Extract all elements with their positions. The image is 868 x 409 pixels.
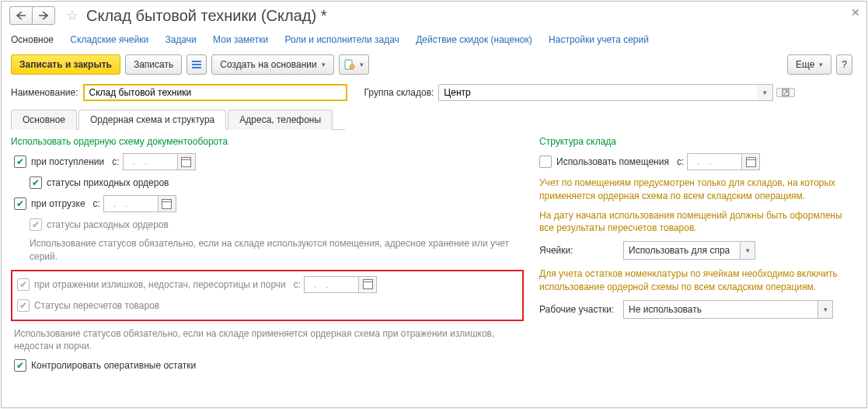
- create-from-button[interactable]: Создать на основании▾: [211, 54, 334, 75]
- save-button[interactable]: Записать: [125, 54, 182, 75]
- areas-select[interactable]: Не использовать: [623, 300, 817, 319]
- ship-date-picker[interactable]: [158, 195, 176, 212]
- help-label: ?: [842, 59, 847, 70]
- checkbox-status-out: [30, 218, 42, 231]
- calendar-icon: [181, 157, 191, 167]
- status-in-label: статусы приходных ордеров: [47, 177, 169, 188]
- group-input[interactable]: [438, 84, 757, 101]
- tab-bar: Основное Ордерная схема и структура Адре…: [11, 109, 345, 130]
- create-from-label: Создать на основании: [220, 59, 317, 70]
- chevron-down-icon: ▾: [819, 61, 823, 68]
- checkbox-on-receipt[interactable]: [14, 156, 26, 168]
- rooms-date-input[interactable]: [687, 153, 741, 170]
- more-button[interactable]: Еще▾: [787, 54, 831, 75]
- nav-cells[interactable]: Складские ячейки: [70, 34, 148, 45]
- areas-select-value: Не использовать: [629, 304, 702, 315]
- receipt-date-picker[interactable]: [177, 153, 196, 170]
- surplus-date-picker[interactable]: [358, 276, 377, 293]
- control-balances-label: Контролировать оперативные остатки: [31, 360, 196, 371]
- group-label: Группа складов:: [364, 87, 434, 98]
- nav-main[interactable]: Основное: [11, 34, 54, 45]
- help-button[interactable]: ?: [836, 54, 852, 75]
- open-external-icon: [782, 89, 790, 96]
- arrow-left-icon: [16, 12, 26, 19]
- save-and-close-button[interactable]: Записать и закрыть: [11, 54, 120, 75]
- group-dropdown-button[interactable]: ▾: [757, 84, 773, 101]
- name-label: Наименование:: [11, 87, 78, 98]
- cells-label: Ячейки:: [539, 245, 623, 256]
- save-label: Записать: [134, 59, 173, 70]
- areas-select-button[interactable]: ▾: [817, 300, 833, 319]
- group-open-button[interactable]: [776, 88, 795, 97]
- cells-select-button[interactable]: ▾: [740, 241, 755, 260]
- forward-button[interactable]: [32, 6, 55, 25]
- order-scheme-title: Использовать ордерную схему документообо…: [11, 136, 524, 147]
- status-help-1: Использование статусов обязательно, если…: [11, 237, 524, 264]
- tab-main[interactable]: Основное: [11, 110, 77, 130]
- reports-button[interactable]: ▾: [339, 54, 369, 75]
- nav-discount[interactable]: Действие скидок (наценок): [416, 34, 532, 45]
- checkbox-status-recount: [17, 299, 30, 312]
- rooms-date-picker[interactable]: [741, 153, 760, 170]
- nav-roles[interactable]: Роли и исполнители задач: [284, 34, 399, 45]
- section-nav: Основное Складские ячейки Задачи Мои зам…: [2, 31, 866, 53]
- window-title: Склад бытовой техники (Склад) *: [86, 7, 326, 25]
- svg-point-1: [350, 65, 354, 69]
- checkbox-on-ship[interactable]: [14, 198, 26, 210]
- checkbox-status-in[interactable]: [30, 177, 42, 189]
- surplus-date-input[interactable]: [304, 276, 358, 293]
- document-gear-icon: [344, 59, 355, 70]
- list-view-button[interactable]: [186, 54, 207, 75]
- from-label-3: с:: [294, 279, 301, 290]
- from-label: с:: [112, 156, 119, 167]
- status-help-2: Использование статусов обязательно, если…: [11, 327, 524, 354]
- tab-addresses[interactable]: Адреса, телефоны: [228, 110, 333, 130]
- on-surplus-label: при отражении излишков, недостач, пересо…: [34, 279, 286, 290]
- checkbox-on-surplus: [17, 278, 30, 291]
- favorite-star-icon[interactable]: ☆: [66, 7, 78, 24]
- name-input[interactable]: [83, 84, 347, 101]
- chevron-down-icon: ▾: [360, 61, 364, 68]
- calendar-icon: [746, 157, 756, 167]
- on-ship-label: при отгрузке: [31, 198, 85, 209]
- calendar-icon: [162, 199, 172, 209]
- nav-series[interactable]: Настройки учета серий: [549, 34, 649, 45]
- cells-help: Для учета остатков номенклатуры по ячейк…: [539, 267, 857, 294]
- arrow-right-icon: [39, 12, 48, 19]
- status-recount-label: Статусы пересчетов товаров: [34, 300, 159, 311]
- highlighted-block: при отражении излишков, недостач, пересо…: [11, 270, 524, 321]
- ship-date-input[interactable]: [103, 195, 158, 212]
- nav-tasks[interactable]: Задачи: [165, 34, 196, 45]
- cells-select[interactable]: Использовать для спра: [623, 241, 740, 260]
- list-icon: [192, 61, 201, 68]
- on-receipt-label: при поступлении: [31, 156, 104, 167]
- cells-select-value: Использовать для спра: [629, 245, 730, 256]
- save-and-close-label: Записать и закрыть: [19, 59, 112, 70]
- close-button[interactable]: ✕: [851, 6, 860, 19]
- receipt-date-input[interactable]: [123, 153, 177, 170]
- tab-order-scheme[interactable]: Ордерная схема и структура: [78, 110, 226, 130]
- status-out-label: статусы расходных ордеров: [47, 219, 169, 230]
- nav-notes[interactable]: Мои заметки: [213, 34, 268, 45]
- checkbox-use-rooms[interactable]: [539, 156, 552, 168]
- use-rooms-label: Использовать помещения: [556, 156, 669, 167]
- rooms-help-1: Учет по помещениям предусмотрен только д…: [539, 177, 857, 203]
- areas-label: Рабочие участки:: [539, 304, 623, 315]
- calendar-icon: [363, 279, 373, 289]
- checkbox-control-balances[interactable]: [14, 359, 26, 372]
- back-button[interactable]: [9, 6, 32, 25]
- chevron-down-icon: ▾: [322, 61, 326, 68]
- from-label-2: с:: [93, 198, 100, 209]
- from-label-rooms: с:: [677, 156, 684, 167]
- rooms-help-2: На дату начала использования помещений д…: [539, 209, 857, 236]
- structure-title: Структура склада: [539, 136, 857, 147]
- more-label: Еще: [796, 59, 814, 70]
